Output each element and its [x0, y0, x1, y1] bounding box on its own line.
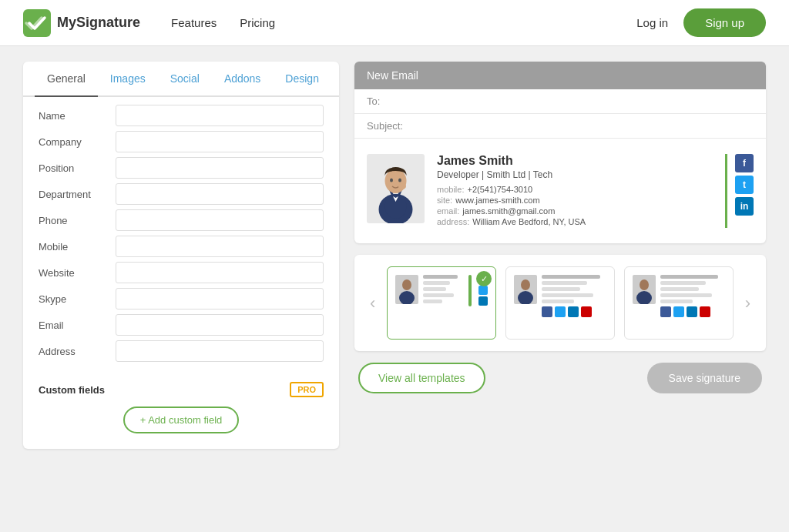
sig-site-label: site:: [437, 196, 452, 205]
pro-badge: PRO: [290, 382, 324, 397]
input-email[interactable]: [116, 314, 324, 336]
custom-fields-title: Custom fields: [39, 384, 105, 396]
bottom-row: View all templates Save signature: [354, 363, 766, 393]
carousel-prev-button[interactable]: ‹: [366, 293, 379, 313]
view-all-templates-button[interactable]: View all templates: [358, 363, 485, 393]
t3-yt: [700, 306, 710, 317]
t2-li: [568, 306, 579, 317]
svg-point-9: [398, 179, 401, 182]
social-icons: f t in: [735, 154, 754, 228]
sig-email-label: email:: [437, 206, 459, 216]
form-row-address: Address: [39, 340, 324, 362]
svg-point-3: [385, 194, 407, 219]
template-2-social: [542, 306, 606, 317]
custom-fields-section: Custom fields PRO + Add custom field: [23, 374, 339, 433]
form-fields: Name Company Position Department Phone M…: [23, 97, 339, 374]
t2-tw: [555, 306, 566, 317]
template-2-photo: [514, 275, 537, 306]
input-phone[interactable]: [116, 209, 324, 231]
facebook-icon[interactable]: f: [735, 154, 754, 172]
svg-point-18: [640, 279, 649, 290]
signup-button[interactable]: Sign up: [683, 8, 766, 37]
tab-images[interactable]: Images: [98, 62, 158, 97]
template-1-lines: [423, 275, 462, 306]
label-phone: Phone: [39, 215, 108, 226]
template-card-1[interactable]: ✓: [387, 266, 496, 340]
twitter-icon[interactable]: t: [735, 176, 754, 194]
label-skype: Skype: [39, 293, 108, 305]
carousel-next-button[interactable]: ›: [741, 293, 754, 313]
tab-general[interactable]: General: [35, 62, 98, 97]
logo: MySignature: [23, 9, 140, 37]
input-company[interactable]: [116, 131, 324, 152]
email-body: James Smith Developer | Smith Ltd | Tech…: [354, 139, 766, 243]
right-panel: New Email To: Subject:: [354, 62, 766, 449]
t3-li: [687, 306, 697, 317]
login-button[interactable]: Log in: [636, 16, 668, 29]
input-name[interactable]: [116, 105, 324, 126]
to-label: To:: [367, 95, 380, 107]
nav-pricing[interactable]: Pricing: [240, 16, 275, 29]
t3-tw: [673, 306, 684, 317]
tab-social[interactable]: Social: [158, 62, 212, 97]
input-department[interactable]: [116, 183, 324, 205]
label-name: Name: [39, 110, 108, 122]
template-card-2[interactable]: [505, 266, 615, 340]
logo-icon: [23, 9, 51, 37]
template-1-bar: [468, 275, 472, 306]
template-2-lines: [542, 275, 606, 317]
form-row-website: Website: [39, 262, 324, 283]
template-1-photo: [395, 275, 418, 306]
sig-name: James Smith: [437, 154, 717, 168]
carousel-wrapper: ‹ ✓: [366, 266, 754, 340]
template-3-photo: [633, 275, 656, 306]
signature-photo: [367, 154, 425, 228]
form-row-mobile: Mobile: [39, 236, 324, 257]
input-skype[interactable]: [116, 288, 324, 309]
template-selected-check: ✓: [476, 271, 492, 286]
header-actions: Log in Sign up: [636, 8, 766, 37]
header: MySignature Features Pricing Log in Sign…: [0, 0, 789, 46]
label-department: Department: [39, 189, 108, 200]
tab-design[interactable]: Design: [273, 62, 331, 97]
form-row-department: Department: [39, 183, 324, 205]
sig-mobile: mobile: +2(541)754-3010: [437, 185, 717, 194]
template-3-inner: [633, 275, 725, 317]
nav-features[interactable]: Features: [171, 16, 217, 29]
template-1-inner: [395, 275, 488, 306]
tab-addons[interactable]: Addons: [212, 62, 273, 97]
form-row-phone: Phone: [39, 209, 324, 231]
subject-label: Subject:: [367, 120, 403, 132]
email-subject-field: Subject:: [354, 114, 766, 139]
sig-title: Developer | Smith Ltd | Tech: [437, 169, 717, 180]
main-nav: Features Pricing: [171, 16, 636, 29]
svg-point-10: [398, 183, 406, 189]
t3-fb: [660, 306, 671, 317]
sig-site-value: www.james-smith.com: [455, 196, 539, 205]
input-position[interactable]: [116, 157, 324, 179]
label-company: Company: [39, 136, 108, 148]
email-preview: New Email To: Subject:: [354, 62, 766, 243]
add-custom-field-button[interactable]: + Add custom field: [123, 407, 240, 433]
t1-li: [478, 296, 488, 306]
person-photo-svg: [367, 154, 425, 223]
input-website[interactable]: [116, 262, 324, 283]
form-row-skype: Skype: [39, 288, 324, 309]
input-mobile[interactable]: [116, 236, 324, 257]
main-content: General Images Social Addons Design Name…: [0, 46, 789, 464]
sig-address-label: address:: [437, 217, 469, 226]
template-card-3[interactable]: [624, 266, 734, 340]
form-row-company: Company: [39, 131, 324, 152]
custom-fields-header: Custom fields PRO: [39, 382, 324, 397]
sig-site: site: www.james-smith.com: [437, 196, 717, 205]
template-3-lines: [660, 275, 725, 317]
linkedin-icon[interactable]: in: [735, 197, 754, 216]
save-signature-button[interactable]: Save signature: [647, 363, 762, 393]
input-address[interactable]: [116, 340, 324, 362]
form-row-name: Name: [39, 105, 324, 126]
label-website: Website: [39, 267, 108, 279]
logo-text: MySignature: [57, 15, 140, 31]
label-position: Position: [39, 162, 108, 174]
sig-address-value: William Ave Bedford, NY, USA: [472, 217, 586, 226]
signature-info: James Smith Developer | Smith Ltd | Tech…: [437, 154, 717, 228]
